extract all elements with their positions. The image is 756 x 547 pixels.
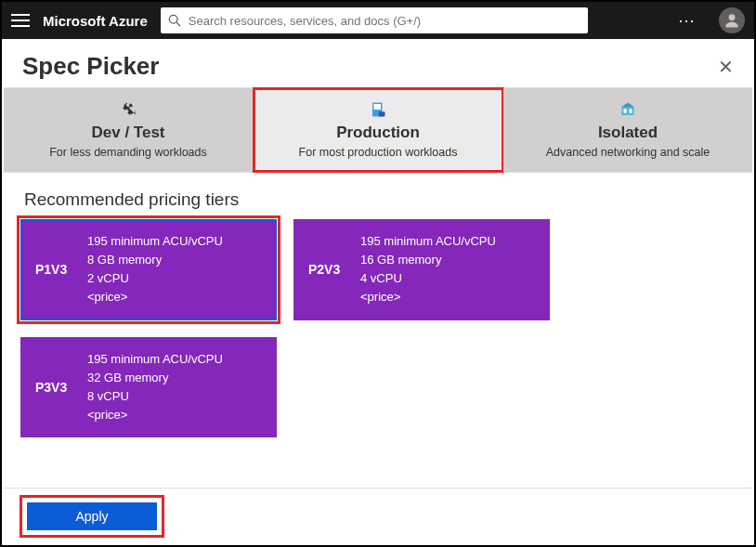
tab-description: Advanced networking and scale [546,146,710,159]
tab-dev-test[interactable]: Dev / TestFor less demanding workloads [4,88,254,172]
tier-sku: P1V3 [35,262,74,277]
close-icon[interactable]: ✕ [718,56,734,78]
more-actions-icon[interactable]: ⋯ [678,10,697,31]
search-input[interactable] [189,14,580,28]
tier-acu: 195 minimum ACU/vCPU [87,350,223,369]
tab-label: Production [336,124,420,142]
tab-description: For less demanding workloads [49,146,207,159]
user-avatar[interactable] [719,7,745,33]
pricing-tier-p1v3[interactable]: P1V3195 minimum ACU/vCPU8 GB memory2 vCP… [20,219,277,320]
tab-production[interactable]: ProductionFor most production workloads [254,88,503,172]
svg-rect-8 [630,109,632,113]
svg-rect-5 [379,111,385,116]
pricing-tier-p3v3[interactable]: P3V3195 minimum ACU/vCPU32 GB memory8 vC… [20,337,277,438]
tier-sku: P3V3 [35,380,74,395]
tab-description: For most production workloads [299,146,458,159]
tab-label: Isolated [598,124,658,142]
blade-body-scroll[interactable]: Dev / TestFor less demanding workloadsPr… [4,87,752,543]
tier-acu: 195 minimum ACU/vCPU [360,232,496,251]
apply-highlight-box: Apply [22,498,162,535]
tier-sku: P2V3 [308,262,347,277]
svg-rect-4 [374,104,382,110]
svg-rect-6 [621,107,634,115]
tab-icon [619,99,636,120]
tier-price: <price> [87,288,223,306]
tier-vcpu: 2 vCPU [87,269,223,288]
azure-top-bar: Microsoft Azure ⋯ [2,2,754,39]
tier-details: 195 minimum ACU/vCPU8 GB memory2 vCPU<pr… [87,232,223,307]
tier-details: 195 minimum ACU/vCPU16 GB memory4 vCPU<p… [360,232,496,307]
tab-label: Dev / Test [91,124,164,142]
global-search[interactable] [161,7,588,33]
section-heading: Recommended pricing tiers [24,189,732,210]
tab-icon [370,99,386,120]
pricing-tier-p2v3[interactable]: P2V3195 minimum ACU/vCPU16 GB memory4 vC… [293,219,550,320]
tier-memory: 16 GB memory [360,251,496,269]
tier-acu: 195 minimum ACU/vCPU [87,232,223,251]
svg-rect-7 [624,109,627,113]
svg-line-1 [176,22,180,26]
tier-price: <price> [87,406,223,424]
pricing-tier-grid: P1V3195 minimum ACU/vCPU8 GB memory2 vCP… [4,219,752,458]
tier-vcpu: 4 vCPU [360,269,496,288]
tier-price: <price> [360,288,496,306]
svg-point-2 [729,14,736,20]
tab-icon [119,99,137,120]
tier-details: 195 minimum ACU/vCPU32 GB memory8 vCPU<p… [87,350,223,425]
tier-memory: 8 GB memory [87,251,223,269]
blade-footer: Apply [4,488,752,543]
tier-vcpu: 8 vCPU [87,387,223,406]
search-icon [168,14,181,27]
hamburger-menu-icon[interactable] [11,14,30,27]
blade-header: Spec Picker ✕ [2,39,754,90]
workload-tabs: Dev / TestFor less demanding workloadsPr… [4,87,752,173]
tab-isolated[interactable]: IsolatedAdvanced networking and scale [503,88,752,172]
svg-point-0 [169,15,177,23]
brand-label: Microsoft Azure [43,13,148,29]
tier-memory: 32 GB memory [87,369,223,387]
apply-button[interactable]: Apply [27,502,157,530]
page-title: Spec Picker [22,52,159,81]
